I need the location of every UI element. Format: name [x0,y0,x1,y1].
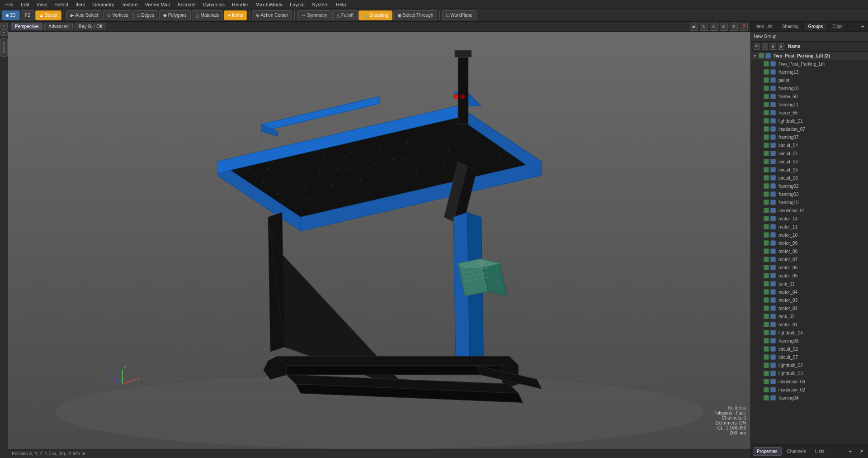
tree-item[interactable]: circuit_08 [751,157,868,166]
tree-item[interactable]: framing04 [751,394,868,402]
tab-item-list[interactable]: Item List [751,23,778,30]
nav-icon-5[interactable]: ⚙ [730,23,738,31]
nav-icon-4[interactable]: ⊕ [720,23,728,31]
nav-icon-expand[interactable]: ❓ [740,23,748,31]
item-vis-icon[interactable] [764,371,769,376]
tab-clips[interactable]: Clips [828,23,847,30]
tree-item[interactable]: motor_02 [751,304,868,312]
item-render-icon[interactable] [770,143,776,148]
item-vis-icon[interactable] [764,240,769,246]
menu-item[interactable]: Item [72,1,89,8]
item-vis-icon[interactable] [764,297,769,303]
menu-system[interactable]: System [308,1,332,8]
item-vis-icon[interactable] [764,281,769,286]
item-render-icon[interactable] [770,395,776,401]
tree-item[interactable]: motor_10 [751,231,868,239]
tree-item[interactable]: motor_01 [751,320,868,329]
item-vis-icon[interactable] [764,387,769,392]
render-icon[interactable] [765,53,771,58]
item-render-icon[interactable] [770,371,776,376]
item-vis-icon[interactable] [764,143,769,148]
item-render-icon[interactable] [770,346,776,352]
tab-shading[interactable]: Shading [778,23,804,30]
mode-3d-button[interactable]: ■ 3D [2,10,20,20]
item-render-icon[interactable] [770,305,776,311]
item-vis-icon[interactable] [764,395,769,401]
tree-item[interactable]: framing10 [751,84,868,92]
snapping-button[interactable]: ⚓ Snapping [359,10,392,20]
item-vis-icon[interactable] [764,200,769,205]
tree-item[interactable]: lightbulb_02 [751,361,868,369]
item-vis-icon[interactable] [764,289,769,295]
item-vis-icon[interactable] [764,265,769,270]
tree-item[interactable]: insulation_07 [751,125,868,133]
item-render-icon[interactable] [770,134,776,140]
tab-add[interactable]: + [858,22,868,31]
menu-animate[interactable]: Animate [174,1,199,8]
item-render-icon[interactable] [770,208,776,213]
tab-add-bottom[interactable]: + [846,447,854,456]
tree-item[interactable]: motor_07 [751,255,868,263]
item-vis-icon[interactable] [764,330,769,335]
menu-edit[interactable]: Edit [17,1,33,8]
item-render-icon[interactable] [770,86,776,91]
tree-item[interactable]: circuit_07 [751,353,868,361]
item-vis-icon[interactable] [764,183,769,189]
tree-item[interactable]: tank_02 [751,312,868,320]
tree-item[interactable]: insulation_06 [751,377,868,386]
lists-tab[interactable]: Lists [811,448,828,455]
items-button[interactable]: ● Items [224,10,247,20]
item-render-icon[interactable] [770,289,776,295]
tree-item[interactable]: circuit_01 [751,149,868,157]
item-vis-icon[interactable] [764,69,769,75]
item-render-icon[interactable] [770,338,776,344]
tree-root-item[interactable]: ▼ Two_Post_Parking_Lift (2) [751,52,868,60]
item-render-icon[interactable] [770,273,776,278]
auto-select-button[interactable]: ▶ Auto Select [66,10,102,20]
raygl-tab[interactable]: Ray GL: Off [75,23,107,30]
menu-maxtomodo[interactable]: MaxToModo [252,1,286,8]
left-panel-btn-2[interactable]: ● [0,29,8,36]
item-vis-icon[interactable] [764,208,769,213]
item-render-icon[interactable] [770,240,776,246]
tree-item[interactable]: framing07 [751,133,868,141]
item-render-icon[interactable] [770,248,776,254]
item-render-icon[interactable] [770,297,776,303]
menu-select[interactable]: Select [51,1,72,8]
tree-item[interactable]: motor_11 [751,223,868,231]
tree-item[interactable]: insulation_01 [751,206,868,215]
vis-icon[interactable] [759,53,764,58]
tree-item[interactable]: lightbulb_04 [751,329,868,337]
properties-tab[interactable]: Properties [753,447,782,456]
item-render-icon[interactable] [770,167,776,172]
edges-button[interactable]: □ Edges [133,10,158,20]
menu-help[interactable]: Help [332,1,350,8]
symmetry-button[interactable]: ↔ Symmetry [297,10,331,20]
item-vis-icon[interactable] [764,363,769,368]
tree-item[interactable]: framing08 [751,337,868,345]
item-render-icon[interactable] [770,183,776,189]
materials-button[interactable]: △ Materials [192,10,223,20]
vertices-button[interactable]: ◇ Vertices [103,10,132,20]
item-vis-icon[interactable] [764,216,769,221]
item-render-icon[interactable] [770,94,776,99]
f2-button[interactable]: F2 [21,10,34,20]
tree-item[interactable]: frame_55 [751,109,868,117]
item-render-icon[interactable] [770,354,776,360]
menu-layout[interactable]: Layout [286,1,308,8]
polygons-button[interactable]: ◆ Polygons [159,10,191,20]
item-render-icon[interactable] [770,126,776,132]
item-vis-icon[interactable] [764,314,769,319]
item-vis-icon[interactable] [764,159,769,164]
item-vis-icon[interactable] [764,102,769,107]
item-vis-icon[interactable] [764,175,769,181]
item-render-icon[interactable] [770,224,776,229]
item-render-icon[interactable] [770,216,776,221]
item-render-icon[interactable] [770,281,776,286]
item-render-icon[interactable] [770,363,776,368]
item-render-icon[interactable] [770,314,776,319]
item-vis-icon[interactable] [764,110,769,115]
select-through-button[interactable]: ▣ Select Through [393,10,437,20]
groups-extra-icon[interactable]: ■ [778,43,784,50]
item-render-icon[interactable] [770,102,776,107]
